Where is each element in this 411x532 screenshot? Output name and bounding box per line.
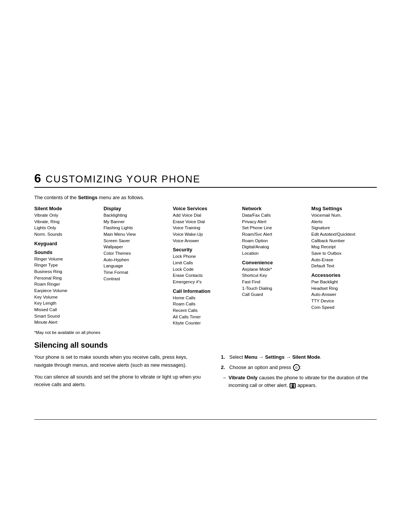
item-set-phone-line: Set Phone Line: [242, 225, 307, 231]
item-emergency-numbers: Emergency #'s: [173, 279, 238, 285]
settings-bold: Settings: [78, 195, 97, 200]
item-minute-alert: Minute Alert: [34, 319, 100, 326]
item-pwr-backlight: Pwr Backlight: [311, 279, 377, 285]
item-roam-svc-alert: Roam/Svc Alert: [242, 231, 307, 238]
item-headset-ring: Headset Ring: [311, 285, 377, 292]
item-voice-wake-up: Voice Wake-Up: [173, 231, 238, 238]
item-recent-calls: Recent Calls: [173, 307, 238, 314]
left-column: Your phone is set to make sounds when yo…: [34, 353, 206, 393]
settings-grid: Silent Mode Vibrate Only Vibrate, Ring L…: [34, 206, 377, 326]
content-area: 6 Customizing Your Phone The contents of…: [0, 160, 411, 408]
item-screen-saver: Screen Saver: [104, 238, 169, 244]
item-backlighting: Backlighting: [104, 212, 169, 219]
vibrate-only-bold: Vibrate Only: [228, 375, 257, 380]
heading-display: Display: [104, 206, 169, 211]
item-location: Location: [242, 250, 307, 257]
item-color-themes: Color Themes: [104, 250, 169, 257]
item-roam-option: Roam Option: [242, 238, 307, 244]
item-erase-voice-dial: Erase Voice Dial: [173, 219, 238, 225]
item-callback-number: Callback Number: [311, 238, 377, 244]
item-voice-answer: Voice Answer: [173, 238, 238, 244]
chapter-number: 6: [34, 171, 41, 185]
item-business-ring: Business Ring: [34, 268, 100, 275]
two-col-layout: Your phone is set to make sounds when yo…: [34, 353, 377, 393]
step-2-text: Choose an option and press ⊙:: [229, 364, 377, 372]
heading-network: Network: [242, 206, 307, 211]
item-shortcut-key: Shortcut Key: [242, 272, 307, 279]
item-vibrate-ring: Vibrate, Ring: [34, 219, 100, 225]
chapter-header: 6 Customizing Your Phone: [34, 171, 377, 185]
item-alerts: Alerts: [311, 219, 377, 225]
item-auto-hyphen: Auto-Hyphen: [104, 257, 169, 263]
item-auto-erase: Auto-Erase: [311, 257, 377, 263]
heading-call-information: Call Information: [173, 288, 238, 294]
item-roam-ringer: Roam Ringer: [34, 281, 100, 288]
step-1: 1. Select Menu → Settings → Silent Mode.: [221, 353, 377, 361]
body-text-1: Your phone is set to make sounds when yo…: [34, 353, 206, 369]
item-default-text: Default Text: [311, 263, 377, 269]
item-key-length: Key Length: [34, 300, 100, 307]
item-add-voice-dial: Add Voice Dial: [173, 212, 238, 219]
item-data-fax-calls: Data/Fax Calls: [242, 212, 307, 219]
item-my-banner: My Banner: [104, 219, 169, 225]
item-lock-code: Lock Code: [173, 266, 238, 273]
item-limit-calls: Limit Calls: [173, 260, 238, 266]
heading-accessories: Accessories: [311, 272, 377, 278]
item-tty-device: TTY Device: [311, 298, 377, 304]
footnote: *May not be available on all phones: [34, 330, 377, 335]
settings-column-1: Silent Mode Vibrate Only Vibrate, Ring L…: [34, 206, 104, 326]
item-call-guard: Call Guard: [242, 291, 307, 298]
step-2-num: 2.: [221, 364, 227, 372]
heading-voice-services: Voice Services: [173, 206, 238, 211]
item-erase-contacts: Erase Contacts: [173, 272, 238, 279]
heading-sounds: Sounds: [34, 249, 100, 255]
item-all-calls-timer: All Calls Timer: [173, 314, 238, 320]
item-fast-find: Fast Find: [242, 279, 307, 285]
item-key-volume: Key Volume: [34, 294, 100, 300]
heading-convenience: Convenience: [242, 260, 307, 265]
item-vibrate-only: Vibrate Only: [34, 212, 100, 219]
item-wallpaper: Wallpaper: [104, 244, 169, 250]
item-roam-calls: Roam Calls: [173, 301, 238, 307]
item-earpiece-volume: Earpiece Volume: [34, 288, 100, 294]
item-ringer-type: Ringer Type: [34, 262, 100, 268]
item-privacy-alert: Privacy Alert: [242, 219, 307, 225]
bullet-vibrate-only: Vibrate Only causes the phone to vibrate…: [221, 374, 377, 390]
item-auto-answer: Auto-Answer: [311, 291, 377, 298]
item-time-format: Time Format: [104, 269, 169, 276]
section-title: Silencing all sounds: [34, 341, 377, 350]
item-smart-sound: Smart Sound: [34, 313, 100, 320]
item-missed-call: Missed Call: [34, 307, 100, 313]
steps-list: 1. Select Menu → Settings → Silent Mode.…: [221, 353, 377, 372]
item-com-speed: Com Speed: [311, 304, 377, 311]
item-msg-receipt: Msg Receipt: [311, 244, 377, 250]
item-voice-training: Voice Training: [173, 225, 238, 231]
settings-column-3: Voice Services Add Voice Dial Erase Voic…: [173, 206, 242, 326]
item-ringer-volume: Ringer Volume: [34, 256, 100, 262]
step-1-text: Select Menu → Settings → Silent Mode.: [229, 353, 377, 361]
page: 6 Customizing Your Phone The contents of…: [0, 0, 411, 532]
step-2: 2. Choose an option and press ⊙:: [221, 364, 377, 372]
ok-button-icon: ⊙: [293, 364, 300, 371]
item-lock-phone: Lock Phone: [173, 253, 238, 260]
body-text-2: You can silence all sounds and set the p…: [34, 373, 206, 389]
item-norm-sounds: Norm. Sounds: [34, 231, 100, 238]
chapter-divider: [34, 187, 377, 188]
item-airplane-mode: Airplane Mode*: [242, 266, 307, 273]
step-1-num: 1.: [221, 353, 227, 361]
item-main-menu-view: Main Menu View: [104, 231, 169, 238]
right-column: 1. Select Menu → Settings → Silent Mode.…: [221, 353, 377, 393]
item-contrast: Contrast: [104, 276, 169, 282]
item-language: Language: [104, 263, 169, 269]
top-blank-area: [0, 0, 411, 160]
item-digital-analog: Digital/Analog: [242, 244, 307, 250]
settings-intro: The contents of the Settings menu are as…: [34, 195, 377, 200]
item-edit-autotext: Edit Autotext/Quicktext: [311, 231, 377, 238]
item-signature: Signature: [311, 225, 377, 231]
heading-keyguard: Keyguard: [34, 241, 100, 246]
item-lights-only: Lights Only: [34, 225, 100, 231]
item-home-calls: Home Calls: [173, 295, 238, 301]
item-personal-ring: Personal Ring: [34, 275, 100, 281]
bottom-divider: [34, 419, 377, 420]
settings-column-5: Msg Settings Voicemail Num. Alerts Signa…: [311, 206, 377, 326]
